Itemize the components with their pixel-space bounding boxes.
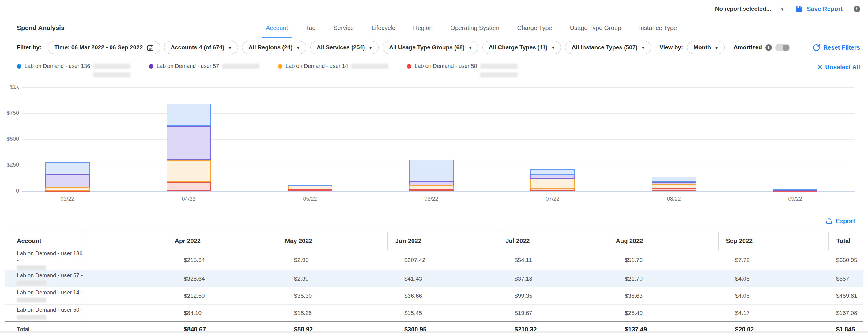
bar-03-22-lab-on-demand-user-14[interactable] [45, 187, 90, 191]
value-cell: $36.66 [388, 288, 498, 304]
bar-06-22-lab-on-demand-user-50[interactable] [409, 190, 454, 191]
bar-06-22-lab-on-demand-user-14[interactable] [409, 186, 454, 189]
filter-pill-label: All Charge Types (11) [489, 44, 548, 51]
caret-down-icon [715, 44, 718, 51]
value-cell: $2.95 [277, 250, 388, 270]
tab-tag[interactable]: Tag [306, 18, 315, 38]
x-axis-label: 07/22 [531, 196, 574, 202]
filter-pill-all-charge-types-11[interactable]: All Charge Types (11) [483, 41, 561, 54]
page-title: Spend Analysis [17, 24, 65, 32]
bar-03-22-lab-on-demand-user-136[interactable] [45, 162, 90, 174]
redacted-text [480, 72, 518, 77]
value-cell: $4.17 [718, 304, 829, 322]
info-icon[interactable] [765, 44, 772, 51]
close-icon [817, 64, 823, 71]
reset-filters-button[interactable]: Reset Filters [812, 44, 860, 52]
bar-05-22-lab-on-demand-user-136[interactable] [288, 185, 332, 186]
value-cell: $37.18 [498, 270, 608, 288]
bar-07-22-lab-on-demand-user-50[interactable] [530, 189, 575, 191]
amortized-toggle[interactable] [775, 44, 790, 52]
legend-item-lab-on-demand-user-57[interactable]: Lab on Demand - user 57 [149, 63, 259, 77]
bar-06-22-lab-on-demand-user-136[interactable] [409, 160, 454, 181]
bar-03-22-lab-on-demand-user-50[interactable] [45, 191, 90, 192]
value-cell: $4.05 [718, 288, 829, 304]
tab-usage-type-group[interactable]: Usage Type Group [570, 18, 621, 38]
bar-07-22-lab-on-demand-user-14[interactable] [530, 179, 575, 189]
x-axis-label: 09/22 [774, 196, 816, 202]
legend-item-lab-on-demand-user-136[interactable]: Lab on Demand - user 136 [17, 63, 130, 77]
bar-05-22-lab-on-demand-user-50[interactable] [288, 189, 332, 191]
legend-item-lab-on-demand-user-14[interactable]: Lab on Demand - user 14 [278, 63, 389, 77]
account-cell: Lab on Demand - user 136 - [5, 250, 85, 270]
bar-04-22-lab-on-demand-user-50[interactable] [166, 182, 211, 191]
value-cell: $51.76 [608, 250, 718, 270]
spacer-cell [85, 304, 167, 322]
spacer-cell [85, 250, 167, 270]
report-selector-dropdown[interactable]: No report selected... [715, 5, 784, 12]
bar-06-22-lab-on-demand-user-57[interactable] [409, 181, 454, 186]
tab-lifecycle[interactable]: Lifecycle [372, 18, 395, 38]
tab-charge-type[interactable]: Charge Type [517, 18, 552, 38]
filter-pill-all-usage-type-groups-68[interactable]: All Usage Type Groups (68) [382, 41, 478, 54]
bar-04-22-lab-on-demand-user-14[interactable] [166, 160, 211, 182]
bar-08-22-lab-on-demand-user-57[interactable] [652, 182, 696, 184]
tab-region[interactable]: Region [413, 18, 432, 38]
tab-instance-type[interactable]: Instance Type [639, 18, 677, 38]
legend-label: Lab on Demand - user 14 [285, 63, 348, 69]
redacted-text [93, 64, 130, 69]
amortized-control: Amortized [734, 44, 790, 52]
title-bar: Spend Analysis AccountTagServiceLifecycl… [0, 18, 868, 38]
value-cell: $18.28 [277, 304, 388, 322]
export-icon [826, 217, 833, 225]
col-header-aug-2022: Aug 2022 [608, 232, 718, 250]
filter-pill-all-regions-24[interactable]: All Regions (24) [242, 41, 306, 54]
chart-legend: Lab on Demand - user 136Lab on Demand - … [0, 59, 868, 80]
save-icon [795, 5, 803, 13]
filter-pill-all-services-254[interactable]: All Services (254) [310, 41, 378, 54]
col-header-sep-2022: Sep 2022 [718, 232, 829, 250]
filter-pill-label: All Usage Type Groups (68) [389, 44, 465, 51]
unselect-all-label: Unselect All [825, 64, 860, 71]
value-cell: $2.39 [277, 270, 388, 288]
bar-04-22-lab-on-demand-user-136[interactable] [166, 104, 211, 126]
value-cell: $660.95 [829, 250, 863, 270]
legend-item-lab-on-demand-user-50[interactable]: Lab on Demand - user 50 [407, 63, 517, 77]
value-cell: $207.42 [388, 250, 498, 270]
tab-operating-system[interactable]: Operating System [450, 18, 499, 38]
account-cell: Lab on Demand - user 50 - [5, 304, 85, 322]
gridline [22, 113, 855, 113]
bar-07-22-lab-on-demand-user-136[interactable] [530, 169, 575, 175]
account-name: Lab on Demand - user 50 - [17, 306, 85, 313]
bar-09-22-lab-on-demand-user-136[interactable] [773, 189, 817, 190]
bar-08-22-lab-on-demand-user-50[interactable] [652, 188, 696, 191]
bar-04-22-lab-on-demand-user-57[interactable] [166, 126, 211, 160]
legend-label: Lab on Demand - user 136 [25, 63, 90, 69]
legend-dot-icon [17, 64, 22, 69]
caret-down-icon [552, 44, 555, 51]
bar-08-22-lab-on-demand-user-14[interactable] [652, 184, 696, 188]
filter-pill-label: All Services (254) [317, 44, 365, 51]
value-cell: $35.30 [277, 288, 388, 304]
save-report-label: Save Report [807, 5, 843, 12]
chevron-down-icon [780, 5, 784, 12]
redacted-text [17, 265, 46, 270]
filter-pill-time-06-mar-2022-06-sep-2022[interactable]: Time: 06 Mar 2022 - 06 Sep 2022 [48, 41, 160, 54]
account-name: Lab on Demand - user 14 - [17, 289, 85, 296]
filter-pill-all-instance-types-507[interactable]: All Instance Types (507) [565, 41, 651, 54]
unselect-all-button[interactable]: Unselect All [817, 64, 860, 71]
calendar-icon [147, 44, 154, 51]
spend-analysis-page: No report selected... Save Report Spend … [0, 0, 868, 333]
tab-service[interactable]: Service [334, 18, 354, 38]
bar-03-22-lab-on-demand-user-57[interactable] [45, 174, 90, 187]
y-axis-label: $750 [0, 110, 19, 116]
info-icon[interactable] [854, 6, 860, 12]
filter-pill-accounts-4-of-674[interactable]: Accounts 4 (of 674) [164, 41, 238, 54]
tab-account[interactable]: Account [266, 18, 288, 38]
export-button[interactable]: Export [826, 214, 855, 228]
view-by-dropdown[interactable]: Month [687, 41, 725, 54]
value-cell: $328.64 [167, 270, 277, 288]
save-report-button[interactable]: Save Report [795, 5, 843, 13]
bar-07-22-lab-on-demand-user-57[interactable] [530, 175, 575, 179]
bar-08-22-lab-on-demand-user-136[interactable] [652, 176, 696, 182]
filter-bar: Filter by: Time: 06 Mar 2022 - 06 Sep 20… [0, 38, 868, 57]
